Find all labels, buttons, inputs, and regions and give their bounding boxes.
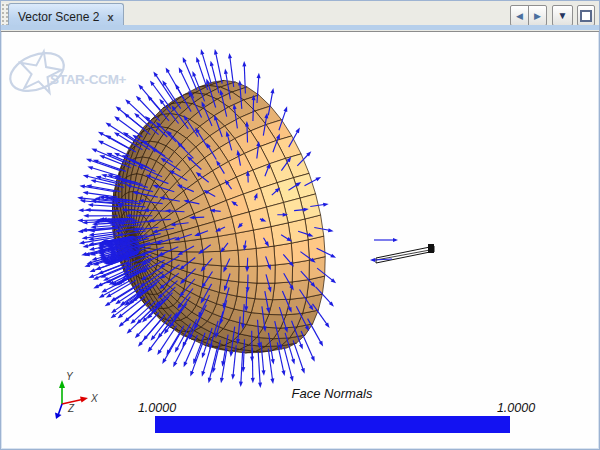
mesh-face — [220, 250, 239, 266]
normal-vector — [192, 343, 203, 373]
mesh-face — [275, 263, 293, 283]
normal-vector-head — [89, 233, 95, 237]
tab-list-button[interactable]: ▼ — [552, 5, 573, 26]
mesh-face — [273, 282, 293, 300]
rod-vector-head — [393, 238, 398, 242]
normal-vector-head — [115, 300, 121, 305]
normal-vector-head — [97, 282, 103, 286]
rod-seam — [376, 250, 430, 260]
normal-vector-head — [214, 49, 218, 55]
colorbar-legend: Face Normals 1.0000 1.0000 — [138, 386, 535, 433]
normal-vector — [308, 319, 321, 343]
normal-vector — [214, 211, 221, 212]
normal-vector-head — [212, 368, 216, 374]
normal-vector-head — [157, 349, 162, 355]
normal-vector-head — [228, 53, 232, 59]
normal-vector-head — [106, 123, 112, 128]
left-arrow-icon: ◀ — [516, 11, 523, 21]
normal-vector-head — [80, 199, 86, 203]
mesh-face — [257, 265, 275, 283]
scroll-tabs-left-button[interactable]: ◀ — [510, 5, 529, 26]
normal-vector-head — [111, 308, 117, 313]
normal-vector-head — [89, 247, 95, 251]
normal-vector-head — [281, 370, 285, 376]
normal-vector-head — [87, 166, 93, 170]
normal-vector-head — [89, 268, 95, 272]
normal-vector-head — [173, 361, 177, 367]
normal-vector-head — [330, 254, 336, 258]
normal-vector-head — [201, 49, 205, 55]
normal-vector-head — [258, 382, 262, 388]
normal-vector-head — [192, 71, 196, 77]
normal-vector — [241, 351, 243, 382]
normal-vector-head — [78, 208, 83, 212]
normal-vector-head — [271, 359, 275, 365]
colorbar-title: Face Normals — [292, 386, 373, 401]
normal-vector-head — [105, 302, 111, 307]
normal-vector-head — [251, 378, 255, 383]
normal-vector-head — [88, 203, 94, 207]
normal-vector-head — [301, 368, 305, 374]
normal-vector-head — [210, 61, 214, 67]
scroll-tabs-right-button[interactable]: ▶ — [528, 5, 547, 26]
normal-vector-head — [238, 80, 242, 86]
normal-vector-head — [83, 175, 89, 179]
normal-vector-head — [114, 132, 120, 137]
normal-vector-head — [295, 128, 299, 134]
normal-vector-head — [162, 358, 166, 364]
normal-vector — [216, 53, 222, 83]
normal-vector-head — [166, 67, 170, 73]
mesh-face — [291, 240, 309, 263]
normal-vector-head — [323, 203, 329, 207]
watermark-text: STAR-CCM+ — [50, 72, 127, 87]
z-axis-line — [59, 404, 63, 414]
normal-vector-head — [196, 57, 200, 63]
colorbar-max-label: 1.0000 — [497, 401, 535, 415]
normal-vector-head — [299, 344, 303, 350]
normal-vector-head — [98, 270, 104, 274]
normal-vector-head — [91, 179, 97, 183]
normal-vector-head — [257, 73, 261, 79]
normal-vector-head — [261, 370, 265, 376]
scene-window: Vector Scene 2 x ◀ ▶ ▼ STAR-CCM+ — [0, 0, 600, 450]
normal-vector-head — [202, 353, 206, 359]
normal-vector — [301, 331, 313, 358]
scene-viewport[interactable]: STAR-CCM+ Y X — [2, 32, 598, 448]
normal-vector-head — [328, 228, 334, 232]
normal-vector-head — [98, 132, 104, 136]
normal-vector — [247, 258, 248, 268]
maximize-icon — [580, 10, 592, 22]
normal-vector-head — [291, 359, 295, 365]
normal-vector-head — [101, 174, 107, 178]
normal-vector-head — [99, 294, 105, 298]
normal-vector-head — [184, 361, 188, 367]
normal-vector-head — [315, 177, 321, 181]
normal-vector-head — [78, 229, 84, 233]
normal-vector-head — [175, 84, 179, 90]
maximize-button[interactable] — [577, 5, 595, 26]
colorbar-bar — [155, 416, 510, 433]
axis-triad: Y X Z — [55, 371, 98, 419]
normal-vector-head — [83, 244, 89, 248]
normal-vector-head — [183, 57, 187, 63]
normal-vector-head — [91, 149, 97, 153]
normal-vector-head — [224, 68, 228, 74]
normal-vector — [258, 352, 260, 384]
rod-vector-head — [370, 258, 375, 262]
normal-vector-head — [319, 341, 323, 347]
tab-close-icon[interactable]: x — [107, 12, 113, 23]
normal-vector-head — [85, 208, 90, 212]
rod-tip — [428, 244, 434, 253]
active-tab-strip — [1, 25, 599, 30]
x-axis-label: X — [90, 393, 98, 404]
normal-vector-head — [83, 214, 88, 218]
normal-vector-head — [311, 356, 315, 362]
normal-vector-head — [79, 240, 85, 244]
normal-vector-head — [239, 382, 243, 388]
normal-vector-head — [91, 225, 97, 229]
normal-vector-head — [231, 374, 235, 380]
normal-vector — [253, 99, 254, 121]
normal-vector-head — [99, 155, 105, 159]
z-axis-label: Z — [67, 403, 75, 414]
normal-vector-head — [111, 297, 117, 302]
